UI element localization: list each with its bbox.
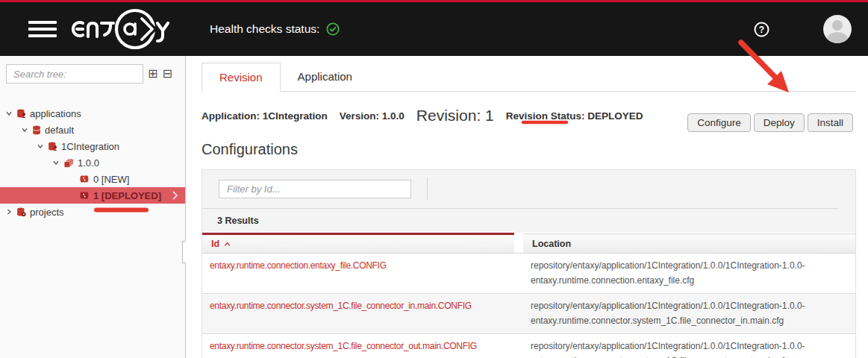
health-checks-status: Health checks status: [210,22,340,36]
table-row: entaxy.runtime.connector.system_1C.file_… [202,293,855,333]
tree-item-label: projects [30,207,64,218]
tree-item-revision-1-deployed[interactable]: 1 [DEPLOYED] [0,187,185,204]
health-checks-label: Health checks status: [210,22,319,36]
svg-text:?: ? [759,24,764,34]
revision-number-info: Revision: 1 [416,107,494,125]
tree-item-label: default [45,125,74,136]
config-location: repository/entaxy/application/1CIntegrat… [523,293,855,333]
table-row: entaxy.runtime.connection.entaxy_file.CO… [202,254,855,294]
help-icon[interactable]: ? [754,22,769,37]
tree-item-label: 1.0.0 [78,157,99,169]
tree-item-label: 1CIntegration [61,141,119,152]
tab-revision[interactable]: Revision [202,63,281,92]
column-header-location[interactable]: Location [523,234,855,254]
chevron-down-icon[interactable] [5,110,13,117]
app-window: Health checks status: ? ⊞ ⊟ [0,0,868,358]
table-row: entaxy.runtime.connector.system_1C.file_… [202,333,855,358]
config-id-link[interactable]: entaxy.runtime.connector.system_1C.file_… [202,293,514,333]
action-buttons: Configure Deploy Install [687,113,853,132]
version-info: Version: 1.0.0 [340,110,405,122]
tab-application[interactable]: Application [281,63,369,91]
filter-by-id-input[interactable] [219,180,411,198]
tree-item-1cintegration[interactable]: 1CIntegration [0,138,185,154]
deploy-button[interactable]: Deploy [754,113,805,132]
tree-item-label: 0 [NEW] [93,174,129,185]
sort-asc-icon [224,239,231,249]
tree-item-label: applications [30,108,81,119]
configurations-panel: 3 Results Id Location [202,169,856,358]
db-user-icon [16,109,26,119]
database-icon [32,125,41,135]
revision-icon [79,175,90,183]
application-info: Application: 1CIntegration [202,110,328,122]
status-ok-icon [326,22,340,36]
tree-item-projects[interactable]: projects [0,204,185,220]
sidebar-tree-panel: ⊞ ⊟ applications [0,56,185,358]
db-gear-icon [16,207,26,217]
tree-item-applications[interactable]: applications [0,105,185,122]
chevron-down-icon[interactable] [37,142,44,150]
configurations-title: Configurations [202,141,856,158]
tab-bar: Revision Application [202,63,856,92]
chevron-right-icon [172,191,178,200]
entaxy-logo [70,8,171,50]
revision-status-info: Revision Status: DEPLOYED [506,110,643,122]
toolbar-divider [427,178,428,200]
configure-button[interactable]: Configure [687,113,751,132]
chevron-down-icon[interactable] [52,159,60,166]
chevron-down-icon[interactable] [21,126,28,134]
config-id-link[interactable]: entaxy.runtime.connection.entaxy_file.CO… [202,254,514,294]
tree-item-default[interactable]: default [0,122,185,138]
navigation-tree: applications default [0,105,185,220]
column-gap [514,234,523,254]
tree-item-label: 1 [DEPLOYED] [93,190,161,201]
user-avatar[interactable] [823,15,852,43]
db-user-icon [48,142,57,151]
hamburger-menu-icon[interactable] [28,21,57,37]
expand-all-icon[interactable]: ⊞ [148,68,157,80]
config-id-link[interactable]: entaxy.runtime.connector.system_1C.file_… [202,333,514,358]
versions-stack-icon [63,158,74,168]
main-content: Revision Application Configure Deploy In… [186,56,868,358]
configurations-table: Id Location entaxy.runtime.connection.en… [202,233,855,358]
column-header-id[interactable]: Id [202,234,514,254]
revision-icon [79,191,90,200]
tree-search-input[interactable] [6,64,143,84]
tree-item-version-1-0-0[interactable]: 1.0.0 [0,154,185,171]
install-button[interactable]: Install [808,113,853,132]
top-header: Health checks status: ? [0,0,868,56]
revision-status-value: DEPLOYED [587,110,643,122]
collapse-all-icon[interactable]: ⊟ [162,68,172,80]
results-count: 3 Results [202,209,855,233]
chevron-right-icon[interactable] [5,208,13,216]
tree-item-revision-0-new[interactable]: 0 [NEW] [0,171,185,187]
config-location: repository/entaxy/application/1CIntegrat… [523,254,855,294]
config-location: repository/entaxy/application/1CIntegrat… [523,333,855,358]
